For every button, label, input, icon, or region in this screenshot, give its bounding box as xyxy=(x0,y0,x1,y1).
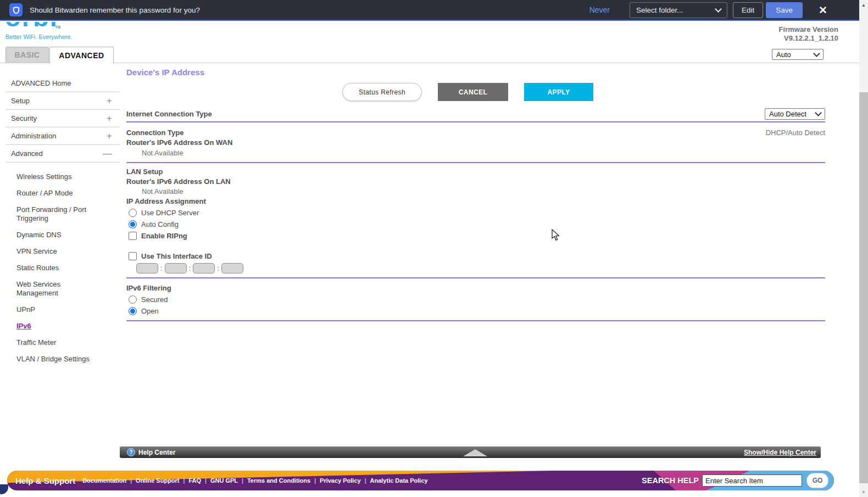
help-center-bar: ? Help Center Show/Hide Help Center xyxy=(120,446,821,458)
bitwarden-controls: Never Select folder... Edit Save ✕ xyxy=(586,2,831,18)
wan-ipv6-value: Not Available xyxy=(142,149,825,157)
bitwarden-notification-bar: Should Bitwarden remember this password … xyxy=(0,0,859,21)
main-content: Device's IP Address Status Refresh CANCE… xyxy=(126,63,825,321)
page-title: Device's IP Address xyxy=(126,63,825,77)
sidebar-item-vlan-bridge[interactable]: VLAN / Bridge Settings xyxy=(16,351,100,367)
lan-ipv6-label: Router's IPv6 Address On LAN xyxy=(126,177,825,186)
logo-trademark: TM xyxy=(55,25,60,29)
firmware-value: V9.12.2.1_1.2.10 xyxy=(779,34,838,43)
sidebar-item-advanced-home[interactable]: ADVANCED Home xyxy=(5,75,120,92)
sidebar-item-dynamic-dns[interactable]: Dynamic DNS xyxy=(16,227,100,243)
sidebar-item-ipv6[interactable]: IPv6 xyxy=(16,318,120,334)
sidebar-item-web-services[interactable]: Web Services Management xyxy=(16,276,100,301)
sidebar-item-static-routes[interactable]: Static Routes xyxy=(16,260,100,276)
sidebar-item-traffic-meter[interactable]: Traffic Meter xyxy=(16,334,100,351)
sidebar-item-upnp[interactable]: UPnP xyxy=(16,301,100,318)
search-input[interactable] xyxy=(702,474,802,487)
separator: | xyxy=(365,477,366,484)
footer-link-documentation[interactable]: Documentation xyxy=(82,477,126,484)
secured-label: Secured xyxy=(141,295,168,304)
search-help-label: SEARCH HELP xyxy=(642,476,699,485)
show-hide-help-link[interactable]: Show/Hide Help Center xyxy=(744,449,816,456)
interface-id-segment-2[interactable] xyxy=(165,263,187,273)
sidebar-item-setup[interactable]: Setup + xyxy=(5,92,120,110)
auto-config-radio[interactable] xyxy=(129,220,137,228)
sidebar-item-security[interactable]: Security + xyxy=(5,110,120,127)
footer-corner-decoration xyxy=(0,484,8,494)
expand-triangle-icon[interactable] xyxy=(463,449,487,456)
colon-separator: : xyxy=(217,264,219,272)
use-dhcp-server-label: Use DHCP Server xyxy=(141,209,199,217)
status-refresh-button[interactable]: Status Refresh xyxy=(342,83,422,101)
footer-link-faq[interactable]: FAQ xyxy=(188,477,201,484)
open-radio[interactable] xyxy=(129,307,137,315)
use-dhcp-server-radio[interactable] xyxy=(129,209,137,217)
lan-setup-heading: LAN Setup xyxy=(126,167,825,176)
colon-separator: : xyxy=(189,264,191,272)
logo-tagline: Better WiFi. Everywhere. xyxy=(5,33,73,40)
footer-link-analytic-data[interactable]: Analytic Data Policy xyxy=(370,477,428,484)
interface-id-inputs: : : : xyxy=(136,263,825,273)
sidebar-top-level: ADVANCED Home Setup + Security + Adminis… xyxy=(0,63,120,163)
sidebar-item-router-ap-mode[interactable]: Router / AP Mode xyxy=(16,185,100,202)
colon-separator: : xyxy=(160,264,163,272)
close-icon[interactable]: ✕ xyxy=(815,4,831,16)
footer-link-online-support[interactable]: Online Support xyxy=(136,477,179,484)
scrollbar[interactable]: ▲ ▼ xyxy=(859,0,868,497)
help-support-title: Help & Support xyxy=(15,476,75,485)
auto-config-label: Auto Config xyxy=(141,220,179,228)
apply-button[interactable]: APPLY xyxy=(524,83,593,101)
interface-id-section: Use This Interface ID : : : xyxy=(126,252,825,273)
footer-search: SEARCH HELP GO xyxy=(642,473,834,488)
help-center-label: Help Center xyxy=(138,449,175,456)
bitwarden-message: Should Bitwarden remember this password … xyxy=(30,6,200,14)
sidebar-item-wireless-settings[interactable]: Wireless Settings xyxy=(16,169,100,185)
go-button[interactable]: GO xyxy=(806,473,828,488)
separator: | xyxy=(130,477,132,484)
language-select[interactable]: Auto xyxy=(772,49,824,60)
lan-ipv6-value: Not Available xyxy=(142,187,825,196)
edit-button[interactable]: Edit xyxy=(733,2,763,18)
action-buttons: Status Refresh CANCEL APPLY xyxy=(126,83,825,101)
footer-content: Help & Support Documentation | Online Su… xyxy=(7,473,834,488)
cancel-button[interactable]: CANCEL xyxy=(438,83,508,101)
footer-link-terms[interactable]: Terms and Conditions xyxy=(247,477,310,484)
internet-connection-type-select[interactable]: Auto Detect xyxy=(765,108,825,120)
footer-link-gnu-gpl[interactable]: GNU GPL xyxy=(210,477,238,484)
minus-icon[interactable]: — xyxy=(103,148,112,159)
folder-select-value: Select folder... xyxy=(636,6,683,14)
separator: | xyxy=(183,477,185,484)
interface-id-segment-3[interactable] xyxy=(193,263,215,273)
footer-link-privacy[interactable]: Privacy Policy xyxy=(320,477,361,484)
ipv6-filtering-heading: IPv6 Filtering xyxy=(126,284,825,292)
sidebar-nav: ADVANCED Home Setup + Security + Adminis… xyxy=(0,63,120,367)
sidebar-item-administration[interactable]: Administration + xyxy=(5,127,120,145)
plus-icon[interactable]: + xyxy=(107,113,112,124)
divider xyxy=(126,320,825,321)
scroll-down-arrow-icon[interactable]: ▼ xyxy=(859,490,868,495)
save-button[interactable]: Save xyxy=(766,2,803,18)
chevron-down-icon xyxy=(815,109,822,116)
plus-icon[interactable]: + xyxy=(107,96,112,107)
sidebar-item-advanced[interactable]: Advanced — xyxy=(5,145,120,163)
enable-ripng-label: Enable RIPng xyxy=(141,232,187,240)
interface-id-segment-1[interactable] xyxy=(136,263,158,273)
separator: | xyxy=(205,477,207,484)
secured-radio[interactable] xyxy=(129,295,137,304)
sidebar-item-vpn-service[interactable]: VPN Service xyxy=(16,243,100,260)
ip-assignment-heading: IP Address Assignment xyxy=(126,197,825,205)
enable-ripng-checkbox[interactable] xyxy=(129,232,137,240)
tab-basic[interactable]: BASIC xyxy=(5,47,49,63)
scroll-up-arrow-icon[interactable]: ▲ xyxy=(859,3,868,8)
plus-icon[interactable]: + xyxy=(107,131,112,142)
tab-advanced[interactable]: ADVANCED xyxy=(49,47,114,64)
interface-id-segment-4[interactable] xyxy=(221,263,243,273)
never-button[interactable]: Never xyxy=(586,5,613,15)
scrollbar-thumb[interactable] xyxy=(859,92,868,483)
footer-links: Documentation | Online Support | FAQ | G… xyxy=(82,477,428,484)
sidebar-item-port-forwarding[interactable]: Port Forwarding / Port Triggering xyxy=(16,202,100,227)
divider xyxy=(126,277,825,278)
folder-select[interactable]: Select folder... xyxy=(630,2,727,18)
use-interface-id-checkbox[interactable] xyxy=(129,252,137,260)
chevron-down-icon xyxy=(715,5,722,13)
